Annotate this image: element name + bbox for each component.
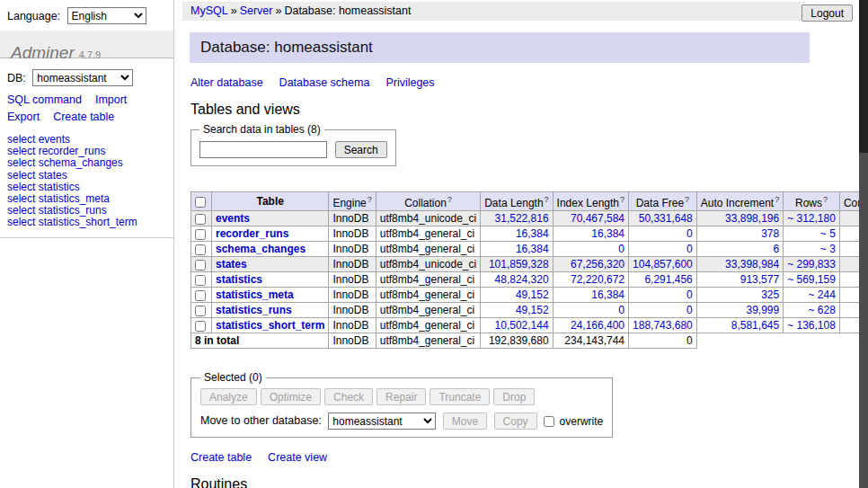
cell-auto-increment[interactable]: 6 [773,243,779,255]
cell-data-free[interactable]: 0 [686,243,693,255]
sidebar-table-link-select-schema-changes[interactable]: select schema_changes [7,157,166,169]
cell-data-free[interactable]: 50,331,648 [639,212,693,225]
cell-rows[interactable]: ~ 5 [820,227,836,240]
column-header-engine[interactable]: Engine? [329,192,376,211]
column-hint-icon[interactable]: ? [775,195,779,204]
logout-button[interactable]: Logout [802,4,853,22]
sidebar-link-export[interactable]: Export [7,111,40,123]
cell-index-length[interactable]: 67,256,320 [571,258,624,271]
cell-index-length[interactable]: 16,384 [591,227,624,240]
column-header-data-free[interactable]: Data Free? [629,192,697,211]
scrollbar-thumb[interactable] [859,0,868,153]
row-checkbox[interactable] [195,306,206,316]
table-name-link[interactable]: states [216,258,247,271]
sidebar-link-import[interactable]: Import [95,93,127,106]
cell-data-free[interactable]: 0 [686,304,693,316]
scrollbar[interactable] [859,0,868,488]
nav-link-privileges[interactable]: Privileges [385,76,434,89]
analyze-button[interactable]: Analyze [200,388,257,405]
cell-data-free[interactable]: 104,857,600 [633,258,693,271]
cell-index-length[interactable]: 72,220,672 [571,273,624,286]
breadcrumb-server[interactable]: Server [240,4,273,17]
column-header-auto-increment[interactable]: Auto Increment? [696,192,783,211]
cell-data-length[interactable]: 49,152 [516,288,549,301]
row-checkbox[interactable] [195,244,206,255]
sidebar-table-link-select-statistics-short-term[interactable]: select statistics_short_term [7,217,166,228]
cell-data-length[interactable]: 16,384 [516,227,549,240]
search-button[interactable]: Search [335,141,387,158]
db-select[interactable]: homeassistant [32,69,133,86]
row-checkbox[interactable] [195,275,206,286]
cell-auto-increment[interactable]: 325 [761,288,779,301]
cell-index-length[interactable]: 0 [618,243,624,255]
truncate-button[interactable]: Truncate [430,388,490,405]
link-create-view[interactable]: Create view [268,451,327,464]
row-checkbox[interactable] [195,321,206,332]
cell-auto-increment[interactable]: 378 [761,227,779,240]
search-input[interactable] [199,141,327,158]
column-hint-icon[interactable]: ? [823,195,828,204]
adminer-logo[interactable]: Adminer [11,43,75,62]
sidebar-table-link-select-states[interactable]: select states [7,170,166,182]
cell-auto-increment[interactable]: 39,999 [746,304,779,316]
table-name-link[interactable]: recorder_runs [216,227,288,240]
move-button[interactable]: Move [443,413,487,430]
column-header-data-length[interactable]: Data Length? [481,192,553,211]
cell-data-free[interactable]: 0 [686,288,693,301]
column-hint-icon[interactable]: ? [545,195,549,204]
cell-index-length[interactable]: 24,166,400 [571,319,624,332]
table-name-link[interactable]: statistics [216,273,262,286]
column-hint-icon[interactable]: ? [368,195,372,204]
move-db-select[interactable]: homeassistant [328,413,436,430]
cell-rows[interactable]: ~ 3 [820,243,836,255]
sidebar-link-sql-command[interactable]: SQL command [7,93,82,106]
column-hint-icon[interactable]: ? [685,195,689,204]
cell-auto-increment[interactable]: 8,581,645 [731,319,779,332]
breadcrumb-mysql[interactable]: MySQL [190,4,228,17]
cell-index-length[interactable]: 70,467,584 [571,212,624,225]
nav-link-database-schema[interactable]: Database schema [279,76,370,89]
cell-data-free[interactable]: 6,291,456 [644,273,692,286]
cell-auto-increment[interactable]: 913,577 [740,273,779,286]
cell-rows[interactable]: ~ 569,159 [787,273,836,286]
overwrite-checkbox[interactable] [544,416,554,427]
drop-button[interactable]: Drop [493,388,535,405]
column-header-index-length[interactable]: Index Length? [553,192,628,211]
cell-auto-increment[interactable]: 33,398,984 [725,258,779,271]
cell-data-length[interactable]: 31,522,816 [495,212,549,225]
select-all-checkbox[interactable] [195,197,206,208]
row-checkbox[interactable] [195,290,206,301]
row-checkbox[interactable] [195,260,206,271]
cell-data-length[interactable]: 10,502,144 [495,319,549,332]
table-name-link[interactable]: statistics_short_term [216,319,324,332]
nav-link-alter-database[interactable]: Alter database [190,76,263,89]
cell-rows[interactable]: ~ 244 [809,288,836,301]
column-hint-icon[interactable]: ? [620,195,624,204]
column-header-rows[interactable]: Rows? [784,192,840,211]
cell-data-length[interactable]: 49,152 [516,304,549,316]
cell-data-length[interactable]: 48,824,320 [495,273,549,286]
column-header-table[interactable]: Table [212,192,329,211]
cell-data-length[interactable]: 101,859,328 [489,258,549,271]
row-checkbox[interactable] [195,229,206,240]
check-button[interactable]: Check [324,388,373,405]
cell-rows[interactable]: ~ 299,833 [787,258,836,271]
column-header-collation[interactable]: Collation? [376,192,480,211]
column-hint-icon[interactable]: ? [447,195,452,204]
cell-rows[interactable]: ~ 628 [809,304,836,316]
table-name-link[interactable]: schema_changes [216,243,306,255]
link-create-table[interactable]: Create table [190,451,252,464]
language-select[interactable]: English [67,7,146,24]
table-name-link[interactable]: statistics_runs [216,304,292,316]
cell-index-length[interactable]: 16,384 [591,288,624,301]
copy-button[interactable]: Copy [494,413,537,430]
cell-data-free[interactable]: 188,743,680 [633,319,693,332]
sidebar-link-create-table[interactable]: Create table [53,111,114,123]
optimize-button[interactable]: Optimize [261,388,321,405]
cell-rows[interactable]: ~ 136,108 [787,319,836,332]
cell-data-length[interactable]: 16,384 [516,243,549,255]
cell-index-length[interactable]: 0 [618,304,624,316]
repair-button[interactable]: Repair [376,388,426,405]
cell-auto-increment[interactable]: 33,898,196 [725,212,779,225]
table-name-link[interactable]: events [216,212,250,225]
